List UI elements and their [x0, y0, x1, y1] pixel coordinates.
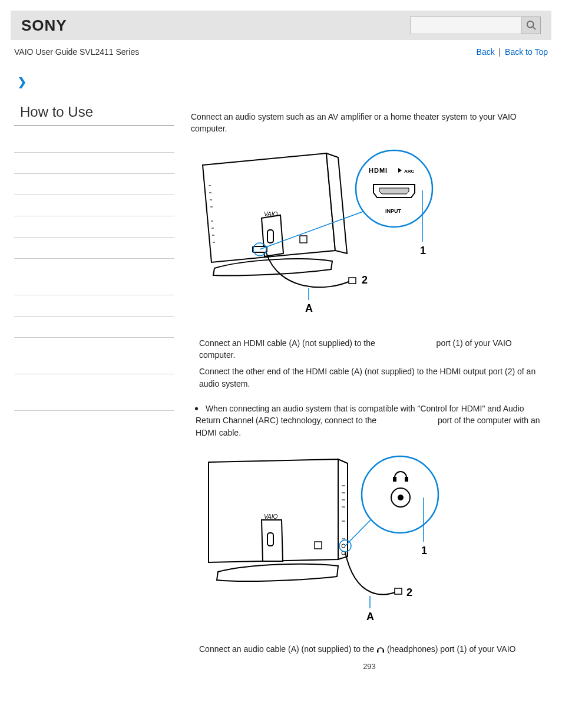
callout-1: 1 [421, 545, 427, 556]
sidebar-title: How to Use [14, 100, 174, 126]
brand-logo: SONY [21, 17, 67, 35]
svg-rect-26 [267, 533, 273, 546]
sidebar-item[interactable] [14, 174, 174, 195]
svg-rect-37 [394, 477, 396, 481]
step-1: Connect an HDMI cable (A) (not supplied)… [191, 337, 548, 361]
hdmi-label: HDMI [369, 167, 388, 174]
separator: | [497, 47, 503, 57]
step-3: Connect an audio cable (A) (not supplied… [191, 643, 548, 656]
header-bar: SONY [11, 11, 551, 40]
figure-headphone: VAIO [191, 450, 548, 630]
svg-rect-46 [377, 650, 378, 653]
svg-line-1 [533, 27, 535, 30]
search-icon [526, 20, 537, 31]
vaio-label: VAIO [264, 211, 278, 218]
svg-rect-47 [383, 650, 384, 653]
nav-links: Back | Back to Top [477, 47, 548, 57]
page-number: 293 [191, 661, 548, 673]
vaio-label: VAIO [264, 513, 278, 520]
breadcrumb-row: VAIO User Guide SVL2411 Series Back | Ba… [0, 40, 562, 59]
svg-point-40 [398, 495, 404, 500]
sidebar-item[interactable] [14, 238, 174, 259]
sidebar-item[interactable] [14, 131, 174, 153]
callout-a: A [366, 611, 374, 622]
back-link[interactable]: Back [477, 47, 495, 57]
svg-marker-17 [379, 188, 409, 194]
svg-rect-14 [300, 236, 307, 243]
headphones-icon [376, 644, 385, 656]
sidebar-item[interactable] [14, 390, 174, 411]
svg-rect-22 [349, 278, 356, 284]
sidebar-item[interactable] [14, 274, 174, 295]
callout-1: 1 [420, 245, 426, 256]
search-button[interactable] [522, 17, 541, 34]
svg-line-41 [345, 520, 371, 546]
svg-rect-38 [405, 477, 408, 481]
arc-label: ARC [404, 169, 415, 174]
callout-a: A [305, 302, 313, 314]
sidebar-item[interactable] [14, 353, 174, 374]
main-content: Connect an audio system such as an AV am… [191, 100, 548, 672]
note-block: When connecting an audio system that is … [191, 403, 548, 439]
sidebar-item[interactable] [14, 153, 174, 174]
sidebar-item[interactable] [14, 216, 174, 238]
svg-point-0 [527, 21, 533, 28]
svg-rect-4 [267, 230, 273, 243]
search-input[interactable] [410, 17, 522, 34]
callout-2: 2 [362, 274, 368, 286]
svg-rect-35 [315, 542, 322, 549]
callout-2: 2 [406, 587, 412, 598]
search-wrap [410, 17, 541, 34]
chevron-right-icon: ❯ [0, 59, 562, 88]
input-label: INPUT [385, 208, 402, 214]
svg-rect-44 [395, 588, 402, 594]
sidebar-item[interactable] [14, 317, 174, 338]
intro-paragraph: Connect an audio system such as an AV am… [191, 111, 548, 135]
figure-hdmi: VAIO HDMI ARC INPUT [191, 144, 548, 324]
sidebar-item[interactable] [14, 295, 174, 317]
back-to-top-link[interactable]: Back to Top [505, 47, 548, 57]
guide-title: VAIO User Guide SVL2411 Series [14, 47, 139, 57]
step-2: Connect the other end of the HDMI cable … [191, 365, 548, 390]
sidebar-item[interactable] [14, 195, 174, 216]
sidebar: How to Use [14, 100, 191, 672]
